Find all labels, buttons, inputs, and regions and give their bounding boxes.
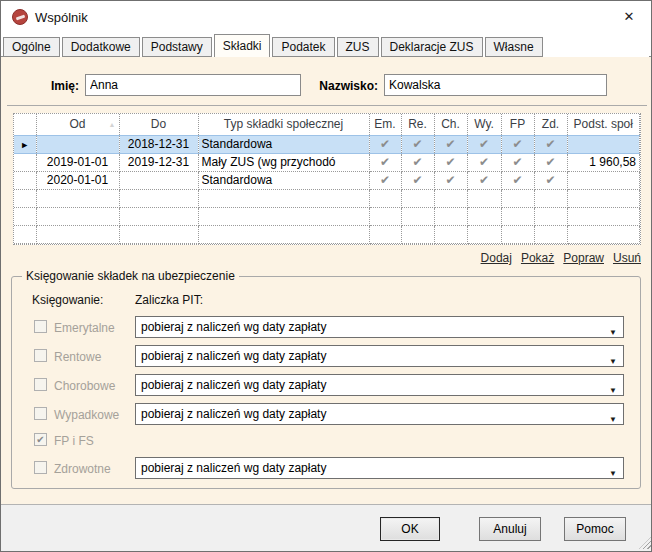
- grid-header-zd[interactable]: Zd.: [534, 114, 567, 135]
- resize-grip[interactable]: [639, 537, 651, 549]
- tab-skladki[interactable]: Składki: [214, 34, 271, 57]
- tab-page-skladki: Imię: Nazwisko: Od ▲ Do: [1, 56, 652, 506]
- emerytalne-pit-dropdown[interactable]: pobieraj z naliczeń wg daty zapłaty ▼: [135, 316, 624, 338]
- check-icon: ✔: [501, 171, 534, 189]
- tab-wlasne[interactable]: Własne: [485, 37, 543, 57]
- chevron-down-icon: ▼: [609, 323, 617, 338]
- rentowe-pit-dropdown[interactable]: pobieraj z naliczeń wg daty zapłaty ▼: [135, 345, 624, 367]
- check-icon: ✔: [369, 135, 401, 153]
- check-icon: ✔: [434, 171, 467, 189]
- grid-header-row[interactable]: Od ▲ Do Typ składki społecznej Em. Re. C…: [14, 114, 640, 135]
- check-icon: ✔: [534, 135, 567, 153]
- chorobowe-label: Chorobowe: [54, 379, 115, 393]
- chevron-down-icon: ▼: [609, 410, 617, 425]
- grid-header-podst[interactable]: Podst. społ: [567, 114, 640, 135]
- edit-link[interactable]: Popraw: [563, 251, 604, 265]
- grid-header-selector: [14, 114, 36, 135]
- check-icon: ✔: [467, 171, 501, 189]
- zdrowotne-pit-dropdown[interactable]: pobieraj z naliczeń wg daty zapłaty ▼: [135, 457, 624, 479]
- cancel-button[interactable]: Anuluj: [479, 517, 541, 541]
- table-empty-row: [14, 207, 640, 225]
- grid-header-od[interactable]: Od ▲: [36, 114, 119, 135]
- rentowe-checkbox[interactable]: [34, 349, 47, 362]
- zdrowotne-checkbox[interactable]: [34, 461, 47, 474]
- table-empty-row: [14, 243, 640, 245]
- emerytalne-label: Emerytalne: [54, 321, 115, 335]
- last-name-label: Nazwisko:: [298, 79, 378, 93]
- grid-header-fp[interactable]: FP: [501, 114, 534, 135]
- grid-action-links: Dodaj Pokaż Popraw Usuń: [481, 251, 641, 265]
- grid-header-wy[interactable]: Wy.: [467, 114, 501, 135]
- grid-header-do[interactable]: Do: [119, 114, 198, 135]
- grid-header-typ[interactable]: Typ składki społecznej: [198, 114, 369, 135]
- grid-header-em[interactable]: Em.: [369, 114, 401, 135]
- tab-podatek[interactable]: Podatek: [272, 37, 334, 57]
- wypadkowe-checkbox[interactable]: [34, 407, 47, 420]
- groupbox-title: Księgowanie składek na ubezpieczenie: [22, 269, 239, 283]
- check-icon: ✔: [401, 135, 434, 153]
- zdrowotne-label: Zdrowotne: [54, 462, 111, 476]
- booking-groupbox: Księgowanie składek na ubezpieczenie Ksi…: [11, 276, 641, 489]
- check-icon: ✔: [369, 153, 401, 171]
- chevron-down-icon: ▼: [609, 381, 617, 396]
- separator-line: [7, 105, 647, 106]
- check-icon: ✔: [467, 135, 501, 153]
- app-logo-icon: [12, 9, 28, 25]
- booking-column-header: Księgowanie:: [32, 293, 103, 307]
- check-icon: ✔: [369, 171, 401, 189]
- check-icon: ✔: [434, 153, 467, 171]
- chevron-down-icon: ▼: [609, 464, 617, 479]
- table-empty-row: [14, 225, 640, 243]
- tab-podstawy[interactable]: Podstawy: [142, 37, 212, 57]
- chorobowe-checkbox[interactable]: [34, 378, 47, 391]
- table-row[interactable]: 2020-01-01 Standardowa ✔ ✔ ✔ ✔ ✔ ✔: [14, 171, 640, 189]
- first-name-label: Imię:: [19, 79, 79, 93]
- ok-button[interactable]: OK: [380, 517, 440, 541]
- close-icon[interactable]: ✕: [620, 8, 638, 26]
- check-icon: ✔: [401, 153, 434, 171]
- check-icon: ✔: [501, 135, 534, 153]
- wypadkowe-pit-dropdown[interactable]: pobieraj z naliczeń wg daty zapłaty ▼: [135, 403, 624, 425]
- partner-dialog: Wspólnik ✕ Ogólne Dodatkowe Podstawy Skł…: [0, 0, 652, 552]
- check-icon: ✔: [501, 153, 534, 171]
- title-bar: Wspólnik ✕: [1, 1, 651, 33]
- sort-ascending-icon: ▲: [109, 121, 116, 128]
- last-name-input[interactable]: [384, 74, 607, 96]
- check-icon: ✔: [467, 153, 501, 171]
- tab-zus[interactable]: ZUS: [337, 37, 379, 57]
- emerytalne-checkbox[interactable]: [34, 320, 47, 333]
- first-name-input[interactable]: [85, 74, 301, 96]
- delete-link[interactable]: Usuń: [613, 251, 641, 265]
- rentowe-label: Rentowe: [54, 350, 101, 364]
- table-row[interactable]: ► 2018-12-31 Standardowa ✔ ✔ ✔ ✔ ✔ ✔: [14, 135, 640, 153]
- check-icon: ✔: [534, 171, 567, 189]
- table-row[interactable]: 2019-01-01 2019-12-31 Mały ZUS (wg przyc…: [14, 153, 640, 171]
- tab-ogolne[interactable]: Ogólne: [3, 37, 60, 57]
- tab-deklaracje-zus[interactable]: Deklaracje ZUS: [381, 37, 483, 57]
- pit-column-header: Zaliczka PIT:: [135, 293, 203, 307]
- fp-i-fs-label: FP i FS: [54, 434, 94, 448]
- help-button[interactable]: Pomoc: [564, 517, 626, 541]
- add-link[interactable]: Dodaj: [481, 251, 512, 265]
- window-title: Wspólnik: [35, 10, 88, 25]
- check-icon: ✔: [434, 135, 467, 153]
- current-row-marker-icon: ►: [20, 140, 29, 150]
- check-icon: ✔: [534, 153, 567, 171]
- show-link[interactable]: Pokaż: [521, 251, 554, 265]
- chevron-down-icon: ▼: [609, 352, 617, 367]
- dialog-footer: OK Anuluj Pomoc: [1, 504, 652, 551]
- wypadkowe-label: Wypadkowe: [54, 408, 119, 422]
- grid-header-ch[interactable]: Ch.: [434, 114, 467, 135]
- fp-i-fs-checkbox[interactable]: ✔: [34, 433, 47, 446]
- contributions-grid[interactable]: Od ▲ Do Typ składki społecznej Em. Re. C…: [13, 113, 641, 245]
- tab-dodatkowe[interactable]: Dodatkowe: [62, 37, 140, 57]
- grid-header-re[interactable]: Re.: [401, 114, 434, 135]
- check-icon: ✔: [401, 171, 434, 189]
- table-empty-row: [14, 189, 640, 207]
- chorobowe-pit-dropdown[interactable]: pobieraj z naliczeń wg daty zapłaty ▼: [135, 374, 624, 396]
- tab-bar: Ogólne Dodatkowe Podstawy Składki Podate…: [3, 34, 649, 57]
